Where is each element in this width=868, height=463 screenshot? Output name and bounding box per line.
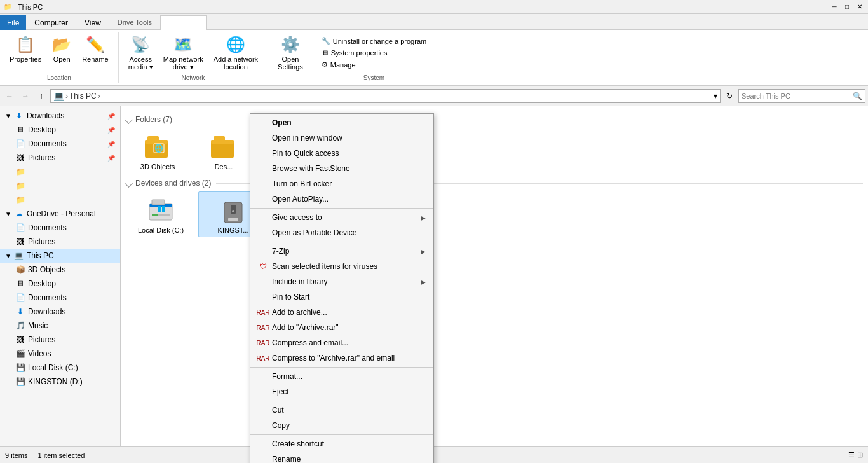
sidebar-item-pc-downloads[interactable]: ⬇ Downloads — [0, 305, 120, 319]
ctx-include-library[interactable]: Include in library ▶ — [250, 274, 433, 289]
search-icon[interactable]: 🔍 — [853, 92, 862, 100]
sidebar-item-pc-pictures[interactable]: 🖼 Pictures — [0, 333, 120, 347]
ctx-add-archive[interactable]: RAR Add to archive... — [250, 305, 433, 320]
folders-grid: 3D Objects Des... — [126, 128, 863, 174]
ctx-create-shortcut[interactable]: Create shortcut — [250, 436, 433, 452]
ribbon-btn-open-settings[interactable]: ⚙️ OpenSettings — [273, 32, 308, 73]
ctx-autoplay[interactable]: Open AutoPlay... — [250, 191, 433, 207]
sidebar-item-pictures[interactable]: 🖼 Pictures 📌 — [0, 151, 120, 165]
pc-music-icon: 🎵 — [15, 321, 25, 331]
ctx-bitlocker[interactable]: Turn on BitLocker — [250, 176, 433, 191]
folder-desktop[interactable]: Des... — [192, 128, 255, 174]
ctx-eject[interactable]: Eject — [250, 384, 433, 399]
drive-local-c[interactable]: Local Disk (C:) — [126, 191, 196, 237]
ctx-browse-faststone[interactable]: Browse with FastStone — [250, 161, 433, 176]
ctx-add-archive-rar[interactable]: RAR Add to "Archive.rar" — [250, 320, 433, 335]
view-list-icon[interactable]: ☰ — [848, 451, 855, 459]
folder-3d-objects[interactable]: 3D Objects — [126, 128, 189, 174]
ribbon-btn-system-props[interactable]: 🖥 System properties — [318, 48, 391, 58]
sidebar-item-desktop[interactable]: 🖥 Desktop 📌 — [0, 123, 120, 137]
expand-arrow-icon: ▼ — [5, 113, 11, 120]
sidebar-item-downloads[interactable]: ▼ ⬇ Downloads 📌 — [0, 109, 120, 123]
folder-desktop-label: Des... — [215, 163, 233, 170]
sidebar-item-pc-music[interactable]: 🎵 Music — [0, 319, 120, 333]
ribbon-btn-add-network[interactable]: 🌐 Add a networklocation — [209, 32, 262, 73]
sidebar-item-documents[interactable]: 📄 Documents 📌 — [0, 137, 120, 151]
sidebar-item-pc-documents[interactable]: 📄 Documents — [0, 291, 120, 305]
pin-desktop-icon[interactable]: 📌 — [107, 127, 115, 134]
ctx-copy[interactable]: Copy — [250, 418, 433, 433]
sidebar-item-od-documents[interactable]: 📄 Documents — [0, 221, 120, 235]
minimize-button[interactable]: ─ — [829, 2, 840, 12]
ctx-format[interactable]: Format... — [250, 369, 433, 384]
sidebar-item-3d[interactable]: 📦 3D Objects — [0, 263, 120, 277]
ctx-scan-viruses[interactable]: 🛡 Scan selected items for viruses — [250, 259, 433, 274]
pc-documents-icon: 📄 — [15, 293, 25, 303]
forward-button[interactable]: → — [18, 89, 32, 103]
network-group-label: Network — [182, 74, 205, 83]
ctx-pin-start[interactable]: Pin to Start — [250, 289, 433, 305]
sidebar-item-misc2[interactable]: 📁 — [0, 179, 120, 193]
ribbon-group-location: 📋 Properties 📂 Open ✏️ Rename Location — [0, 32, 119, 83]
ctx-rename[interactable]: Rename — [250, 452, 433, 463]
ribbon-btn-uninstall[interactable]: 🔧 Uninstall or change a program — [318, 36, 430, 46]
pin-documents-icon[interactable]: 📌 — [107, 141, 115, 148]
svg-rect-35 — [152, 214, 158, 216]
title-bar-controls: ─ □ ✕ — [829, 2, 865, 12]
sidebar-item-misc1[interactable]: 📁 — [0, 165, 120, 179]
sidebar-item-this-pc[interactable]: ▼ 💻 This PC — [0, 249, 120, 263]
desktop-folder-icon — [208, 131, 239, 162]
ribbon-btn-open[interactable]: 📂 Open — [47, 32, 76, 65]
view-grid-icon[interactable]: ⊞ — [857, 451, 863, 459]
refresh-button[interactable]: ↻ — [722, 89, 736, 103]
ctx-7zip[interactable]: 7-Zip ▶ — [250, 244, 433, 259]
tab-manage[interactable]: Manage — [160, 15, 207, 30]
tab-file[interactable]: File — [0, 15, 26, 30]
ribbon-btn-access-media[interactable]: 📡 Accessmedia ▾ — [124, 32, 158, 73]
back-button[interactable]: ← — [3, 89, 17, 103]
pin-pictures-icon[interactable]: 📌 — [107, 155, 115, 162]
sidebar-item-kingston[interactable]: 💾 KINGSTON (D:) — [0, 375, 120, 389]
close-button[interactable]: ✕ — [854, 2, 865, 12]
maximize-button[interactable]: □ — [841, 2, 853, 12]
ctx-open-new-window[interactable]: Open in new window — [250, 130, 433, 146]
folders-section-header[interactable]: Folders (7) — [126, 115, 863, 124]
sidebar-item-onedrive[interactable]: ▼ ☁ OneDrive - Personal — [0, 207, 120, 221]
up-button[interactable]: ↑ — [34, 89, 48, 103]
add-network-icon: 🌐 — [226, 34, 246, 55]
address-path[interactable]: 💻 › This PC › ▾ — [50, 89, 721, 103]
tab-view[interactable]: View — [76, 15, 109, 30]
sidebar-item-local-disk[interactable]: 💾 Local Disk (C:) — [0, 361, 120, 375]
sidebar-item-pc-desktop[interactable]: 🖥 Desktop — [0, 277, 120, 291]
sidebar-item-misc3[interactable]: 📁 — [0, 193, 120, 207]
ctx-open[interactable]: Open — [250, 115, 433, 130]
desktop-icon: 🖥 — [15, 125, 25, 135]
ctx-compress-rar-email[interactable]: RAR Compress to "Archive.rar" and email — [250, 350, 433, 366]
search-input[interactable] — [742, 92, 850, 100]
ribbon-content: 📋 Properties 📂 Open ✏️ Rename Location 📡 — [0, 29, 868, 85]
ctx-compress-email[interactable]: RAR Compress and email... — [250, 335, 433, 350]
pin-icon[interactable]: 📌 — [107, 113, 115, 120]
path-this-pc[interactable]: This PC — [69, 92, 97, 100]
ribbon-btn-rename[interactable]: ✏️ Rename — [78, 32, 113, 65]
system-props-icon: 🖥 — [322, 49, 329, 57]
sidebar-item-pc-videos[interactable]: 🎬 Videos — [0, 347, 120, 361]
scan-icon: 🛡 — [258, 261, 268, 272]
pc-videos-icon: 🎬 — [15, 349, 25, 359]
search-box[interactable]: 🔍 — [738, 89, 865, 103]
sidebar-item-od-pictures[interactable]: 🖼 Pictures — [0, 235, 120, 249]
ctx-cut[interactable]: Cut — [250, 403, 433, 418]
drives-section-header[interactable]: Devices and drives (2) — [126, 179, 863, 188]
ribbon-btn-manage[interactable]: ⚙ Manage — [318, 59, 359, 70]
ctx-portable-device[interactable]: Open as Portable Device — [250, 225, 433, 240]
pc-downloads-icon: ⬇ — [15, 307, 25, 317]
tab-computer[interactable]: Computer — [26, 15, 76, 30]
svg-rect-40 — [162, 209, 165, 212]
path-dropdown[interactable]: ▾ — [714, 92, 717, 100]
ctx-pin-quick-access[interactable]: Pin to Quick access — [250, 146, 433, 161]
ribbon-btn-properties[interactable]: 📋 Properties — [5, 32, 46, 65]
this-pc-icon: 💻 — [14, 251, 24, 261]
ctx-give-access[interactable]: Give access to ▶ — [250, 210, 433, 225]
ribbon-btn-map-drive[interactable]: 🗺️ Map networkdrive ▾ — [159, 32, 208, 73]
3d-objects-icon — [142, 131, 173, 162]
